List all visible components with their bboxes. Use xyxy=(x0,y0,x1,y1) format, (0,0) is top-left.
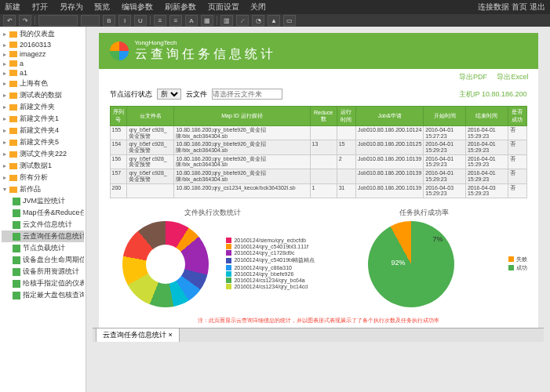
tree-folder[interactable]: ▸新建文件夹 xyxy=(2,101,84,113)
table-header: 开始时间 xyxy=(424,107,466,126)
chart-bar-icon[interactable]: ▥ xyxy=(220,15,233,26)
filter-input-2[interactable] xyxy=(212,89,282,100)
tree-folder[interactable]: ▸20160313 xyxy=(2,40,84,49)
tree-folder[interactable]: ▸imagezz xyxy=(2,49,84,59)
folder-icon xyxy=(9,93,17,99)
folder-icon xyxy=(9,81,17,87)
report-title: 云查询任务信息统计 xyxy=(135,46,276,63)
file-icon xyxy=(13,209,20,217)
sidebar[interactable]: ▸我的仪表盘▸20160313▸imagezz▸a▸a1▸上海有色▸测试表的数据… xyxy=(0,27,86,392)
tree-file[interactable]: JVM监控统计 xyxy=(2,195,84,207)
tree-folder[interactable]: ▸测试数据1 xyxy=(2,160,84,172)
tree-file[interactable]: Map任务&Reduce任务信息统计 xyxy=(2,207,84,219)
tree-file[interactable]: 云查询任务信息统计 xyxy=(2,230,84,242)
menu-saveas[interactable]: 另存为 xyxy=(60,2,83,11)
host-value: 10.80.186.200 xyxy=(482,90,527,98)
tab-active[interactable]: 云查询任务信息统计 × xyxy=(96,328,180,342)
tree-folder[interactable]: ▸我的仪表盘 xyxy=(2,28,84,40)
chart-donut-box: 文件执行次数统计 20160124/siemo/qry_ecbcfdb20160… xyxy=(110,208,315,307)
folder-icon xyxy=(9,163,17,169)
menu-new[interactable]: 新建 xyxy=(5,2,20,11)
folder-icon xyxy=(9,60,17,67)
menu-preview[interactable]: 预览 xyxy=(94,2,110,11)
file-icon xyxy=(13,256,20,264)
toolbar: ↶ ↷ B I U ≡ ≡ A ▦ ▥ ⟋ ◔ ▲ ▭ xyxy=(0,14,550,27)
tree-folder[interactable]: ▸新建文件夹1 xyxy=(2,113,84,125)
color-icon[interactable]: A xyxy=(185,15,198,26)
tree-folder-open[interactable]: ▾新作品 xyxy=(2,183,84,195)
table-header: 序列号 xyxy=(110,107,127,126)
table-header: Map ID 运行媒径 xyxy=(174,107,310,126)
bold-icon[interactable]: B xyxy=(103,15,115,26)
report: YongHongTech 云查询任务信息统计 导出PDF 导出Excel 节点运… xyxy=(99,33,538,328)
underline-icon[interactable]: U xyxy=(134,15,147,26)
legend-item: 20160124/qry_c54019bl精益精点 xyxy=(226,256,315,264)
tree-file[interactable]: 给核手指定值的仪表盘组 xyxy=(2,278,84,289)
chart2-title: 任务执行成功率 xyxy=(322,208,527,218)
tree-folder[interactable]: ▸所有分析 xyxy=(2,172,84,183)
table-row[interactable]: 155qry_b5ef c928_黄金预警10.80.186.200;qry_b… xyxy=(110,126,526,140)
italic-icon[interactable]: I xyxy=(118,15,131,26)
tree-file[interactable]: 设备所用资源统计 xyxy=(2,266,84,278)
chart1-title: 文件执行次数统计 xyxy=(110,208,315,218)
table-header: 是否成功 xyxy=(508,107,526,126)
folder-icon xyxy=(9,116,17,122)
table-header: Reduce 数 xyxy=(310,107,337,126)
filter-row: 节点运行状态 所 云文件 主机IP 10.80.186.200 xyxy=(99,85,538,103)
filter-label-1: 节点运行状态 xyxy=(110,89,152,100)
table-header: 结束时间 xyxy=(465,107,508,126)
table-row[interactable]: 154qry_b5ef c928_黄金预警10.80.186.200;qry_b… xyxy=(110,140,526,154)
tree-folder[interactable]: ▸a1 xyxy=(2,68,84,78)
menu-open[interactable]: 打开 xyxy=(32,2,48,11)
report-header: YongHongTech 云查询任务信息统计 xyxy=(99,33,538,69)
folder-icon xyxy=(9,187,17,193)
table-header: 运行时间 xyxy=(337,107,355,126)
tree-file[interactable]: 云文件信息统计 xyxy=(2,219,84,230)
brand-name: YongHongTech xyxy=(135,39,276,46)
data-table: 序列号云文件名Map ID 运行媒径Reduce 数运行时间Job&申请开始时间… xyxy=(110,106,527,198)
menu-close[interactable]: 关闭 xyxy=(250,2,266,11)
tree-file[interactable]: 节点负载统计 xyxy=(2,242,84,254)
align-left-icon[interactable]: ≡ xyxy=(154,15,166,26)
menu-pagesetup[interactable]: 页面设置 xyxy=(208,2,239,11)
file-icon xyxy=(13,280,20,288)
export-pdf[interactable]: 导出PDF xyxy=(459,73,487,81)
image-icon[interactable]: ▭ xyxy=(283,15,296,26)
folder-icon xyxy=(9,31,17,38)
font-select[interactable] xyxy=(38,15,78,26)
menu-right[interactable]: 连接数据 首页 退出 xyxy=(478,2,545,13)
tree-folder[interactable]: ▸测试表的数据 xyxy=(2,89,84,101)
folder-icon xyxy=(9,151,17,158)
legend-item: 20160124/siemo/qry_ecbcfdb xyxy=(226,238,315,243)
size-select[interactable] xyxy=(81,15,100,26)
tree-file[interactable]: 指定最大盘包核查询数 xyxy=(2,289,84,301)
table-row[interactable]: 20010.80.186.200;qry_cs1234_kecok/bck364… xyxy=(110,183,526,198)
tree-folder[interactable]: ▸a xyxy=(2,59,84,68)
redo-icon[interactable]: ↷ xyxy=(19,15,31,26)
align-center-icon[interactable]: ≡ xyxy=(169,15,182,26)
tree-folder[interactable]: ▸上海有色 xyxy=(2,78,84,89)
fill-icon[interactable]: ▦ xyxy=(201,15,213,26)
chart-line-icon[interactable]: ⟋ xyxy=(236,15,249,26)
footer-note: 注：此页面显示云查询详细信息的统计，并以图表形式表现展示了了各个执行次数及任务执… xyxy=(99,314,538,328)
tree-folder[interactable]: ▸测试文件夹222 xyxy=(2,148,84,160)
chart-pie-icon[interactable]: ◔ xyxy=(252,15,264,26)
folder-icon xyxy=(9,104,17,111)
chart-area-icon[interactable]: ▲ xyxy=(268,15,280,26)
filter-select-1[interactable]: 所 xyxy=(157,89,181,100)
table-row[interactable]: 157qry_b5ef c928_黄金预警10.80.186.200;qry_b… xyxy=(110,169,526,183)
undo-icon[interactable]: ↶ xyxy=(3,15,16,26)
tree-folder[interactable]: ▸新建文件夹5 xyxy=(2,136,84,148)
tree-folder[interactable]: ▸新建文件夹4 xyxy=(2,125,84,136)
logo-icon xyxy=(110,42,129,60)
folder-icon xyxy=(9,140,17,146)
menu-refresh[interactable]: 刷新参数 xyxy=(165,2,196,11)
table-row[interactable]: 156qry_b5ef c928_黄金预警10.80.186.200;qry_b… xyxy=(110,154,526,169)
legend-success: 成功 xyxy=(516,264,527,272)
export-excel[interactable]: 导出Excel xyxy=(497,73,528,81)
folder-icon xyxy=(9,51,17,57)
folder-icon xyxy=(9,70,17,76)
tree-file[interactable]: 设备盘台生命周期信息 xyxy=(2,254,84,266)
menu-editparam[interactable]: 编辑参数 xyxy=(122,2,153,11)
file-icon xyxy=(13,245,20,252)
